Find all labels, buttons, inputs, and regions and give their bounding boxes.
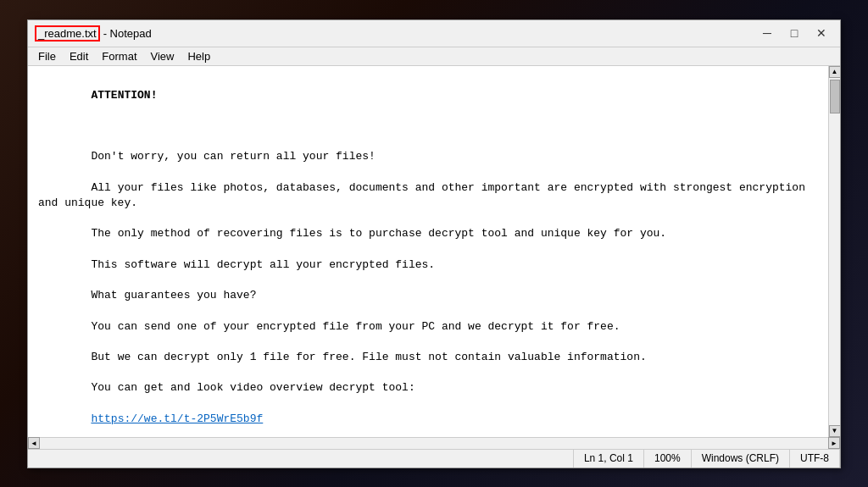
title-bar-controls: ─ □ ✕	[755, 24, 833, 42]
title-bar-text: _readme.txt - Notepad	[35, 25, 755, 42]
title-bar: _readme.txt - Notepad ─ □ ✕	[28, 20, 840, 47]
scroll-track-h[interactable]	[40, 438, 828, 449]
status-bar: Ln 1, Col 1 100% Windows (CRLF) UTF-8	[28, 449, 840, 468]
line-1: Don't worry, you can return all your fil…	[91, 150, 375, 163]
decrypt-link[interactable]: https://we.tl/t-2P5WrE5b9f	[91, 412, 263, 425]
encoding: UTF-8	[790, 450, 840, 468]
vertical-scrollbar[interactable]: ▲ ▼	[828, 66, 840, 437]
content-area: ATTENTION! Don't worry, you can return a…	[28, 66, 840, 437]
close-button[interactable]: ✕	[810, 24, 833, 42]
menu-bar: File Edit Format View Help	[28, 47, 840, 66]
scroll-right-arrow[interactable]: ►	[828, 437, 840, 449]
minimize-button[interactable]: ─	[755, 24, 779, 42]
line-2: All your files like photos, databases, d…	[38, 181, 812, 209]
notepad-window: _readme.txt - Notepad ─ □ ✕ File Edit Fo…	[27, 19, 841, 468]
scroll-thumb[interactable]	[830, 80, 840, 113]
line-ending: Windows (CRLF)	[692, 450, 790, 468]
cursor-position: Ln 1, Col 1	[574, 450, 644, 468]
menu-help[interactable]: Help	[181, 48, 217, 64]
line-6: You can send one of your encrypted file …	[91, 320, 620, 333]
title-highlighted: _readme.txt	[35, 25, 100, 42]
line-8: You can get and look video overview decr…	[91, 381, 415, 394]
scroll-left-arrow[interactable]: ◄	[28, 437, 40, 449]
line-7: But we can decrypt only 1 file for free.…	[91, 351, 646, 363]
menu-view[interactable]: View	[144, 48, 181, 64]
line-3: The only method of recovering files is t…	[91, 227, 666, 240]
scroll-track[interactable]	[829, 78, 840, 425]
horizontal-scrollbar[interactable]: ◄ ►	[28, 437, 840, 449]
menu-file[interactable]: File	[31, 48, 63, 64]
scroll-up-arrow[interactable]: ▲	[829, 66, 841, 78]
title-rest: - Notepad	[103, 27, 152, 40]
scroll-down-arrow[interactable]: ▼	[829, 425, 841, 437]
desktop-background: _readme.txt - Notepad ─ □ ✕ File Edit Fo…	[0, 0, 868, 487]
attention-heading: ATTENTION!	[91, 89, 157, 102]
menu-edit[interactable]: Edit	[63, 48, 95, 64]
zoom-level: 100%	[644, 450, 692, 468]
menu-format[interactable]: Format	[95, 48, 143, 64]
line-5: What guarantees you have?	[91, 289, 256, 302]
maximize-button[interactable]: □	[782, 24, 806, 42]
text-editor[interactable]: ATTENTION! Don't worry, you can return a…	[28, 66, 828, 437]
status-spacer	[28, 450, 574, 468]
line-4: This software will decrypt all your encr…	[91, 258, 435, 271]
